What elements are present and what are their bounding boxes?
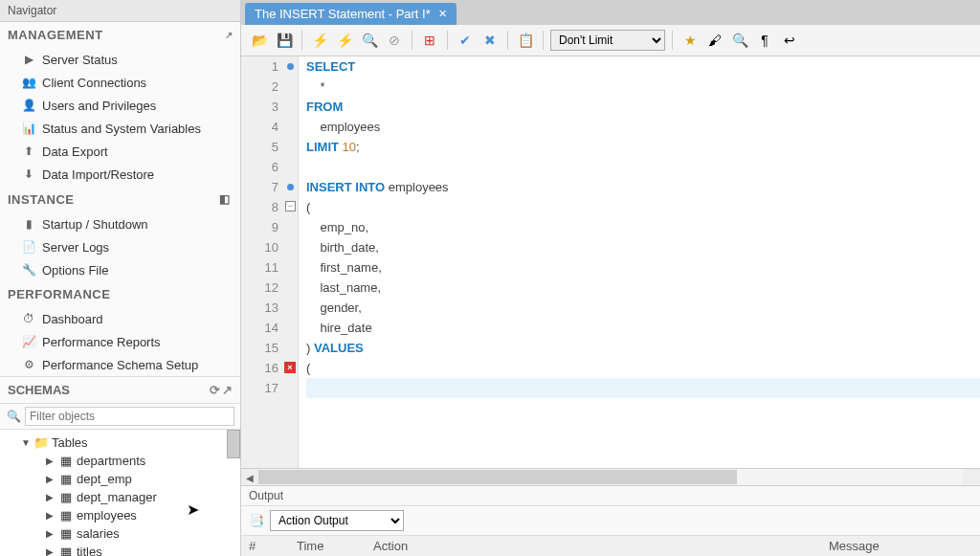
instance-item[interactable]: ▮Startup / Shutdown [0, 212, 240, 235]
statement-marker-icon [287, 63, 294, 70]
snippet-icon[interactable]: ↩ [779, 30, 800, 51]
code-line[interactable]: LIMIT 10; [306, 137, 980, 157]
execute-current-icon[interactable]: ⚡ [334, 30, 355, 51]
code-line[interactable] [306, 157, 980, 177]
instance-item[interactable]: 🔧Options File [0, 258, 240, 281]
chevron-right-icon[interactable]: ▶ [46, 456, 56, 466]
item-icon: 📈 [21, 334, 36, 349]
wrap-icon[interactable]: ¶ [754, 30, 775, 51]
code-editor[interactable]: 12345678−910111213141516×17 SELECT *FROM… [241, 56, 980, 468]
toggle-icon[interactable]: ⊞ [419, 30, 440, 51]
code-line[interactable]: SELECT [306, 56, 980, 77]
horizontal-scrollbar[interactable]: ◀ [241, 468, 980, 485]
editor-tab[interactable]: The INSERT Statement - Part I* ✕ [245, 3, 457, 25]
code-line[interactable]: ) VALUES [306, 338, 980, 358]
line-number: 3 [241, 97, 298, 117]
chevron-right-icon[interactable]: ▶ [46, 528, 56, 539]
chevron-right-icon[interactable]: ▶ [46, 474, 56, 484]
explain-icon[interactable]: 🔍 [359, 30, 380, 51]
stop-icon[interactable]: ⊘ [384, 30, 405, 51]
commit-icon[interactable]: ✔ [455, 30, 476, 51]
code-line[interactable]: FROM [306, 97, 980, 117]
table-icon: ▦ [58, 455, 74, 468]
scrollbar-thumb[interactable] [258, 470, 737, 484]
performance-item[interactable]: ⏱Dashboard [0, 307, 240, 330]
line-number: 1 [241, 56, 298, 77]
tree-tables[interactable]: ▼ 📁 Tables [0, 434, 240, 452]
code-line[interactable]: * [306, 77, 980, 97]
chevron-right-icon[interactable]: ▶ [46, 510, 56, 521]
rollback-icon[interactable]: ✖ [479, 30, 501, 51]
tree-table-item[interactable]: ▶▦titles [0, 543, 240, 556]
item-icon: 📄 [21, 239, 36, 255]
output-select[interactable]: Action Output [270, 510, 404, 531]
code-line[interactable]: birth_date, [306, 237, 980, 257]
code-line[interactable]: ( [306, 197, 980, 217]
filter-input[interactable] [25, 407, 234, 426]
autocommit-icon[interactable]: 📋 [515, 30, 536, 51]
line-number: 2 [241, 77, 298, 97]
performance-item[interactable]: 📈Performance Reports [0, 330, 240, 353]
chevron-right-icon[interactable]: ▶ [46, 546, 56, 556]
chevron-down-icon[interactable]: ▼ [21, 437, 31, 448]
code-area[interactable]: SELECT *FROM employeesLIMIT 10;INSERT IN… [299, 56, 980, 468]
tree-table-item[interactable]: ▶▦dept_emp [0, 470, 240, 488]
folder-icon: 📁 [33, 436, 49, 450]
save-icon[interactable]: 💾 [274, 30, 295, 51]
line-number: 6 [241, 157, 298, 177]
line-number: 11 [241, 257, 298, 278]
instance-item[interactable]: 📄Server Logs [0, 235, 240, 258]
code-line[interactable]: emp_no, [306, 217, 980, 237]
management-item[interactable]: ⬆Data Export [0, 140, 240, 163]
code-line[interactable]: ( [306, 358, 980, 378]
section-performance: PERFORMANCE [0, 281, 240, 307]
code-line[interactable]: first_name, [306, 257, 980, 278]
management-item[interactable]: 📊Status and System Variables [0, 117, 240, 140]
management-item[interactable]: 👤Users and Privileges [0, 94, 240, 117]
tree-table-item[interactable]: ▶▦salaries [0, 524, 240, 543]
code-line[interactable]: hire_date [306, 318, 980, 338]
line-number: 4 [241, 117, 298, 137]
expand-icon[interactable]: ↗ [225, 30, 234, 40]
beautify-icon[interactable]: 🖌 [704, 30, 725, 51]
output-mode-icon[interactable]: 📑 [249, 513, 264, 528]
line-number: 17 [241, 378, 298, 398]
management-item[interactable]: ⬇Data Import/Restore [0, 163, 240, 186]
execute-icon[interactable]: ⚡ [309, 30, 330, 51]
code-line[interactable] [306, 378, 980, 398]
item-icon: ▮ [21, 216, 36, 232]
management-item[interactable]: 👥Client Connections [0, 71, 240, 94]
search-icon: 🔍 [6, 409, 21, 424]
limit-select[interactable]: Don't Limit [550, 30, 665, 51]
line-number: 8− [241, 197, 298, 217]
chevron-right-icon[interactable]: ▶ [46, 492, 56, 502]
schema-tree[interactable]: ▼ 📁 Tables ▶▦departments▶▦dept_emp▶▦dept… [0, 430, 240, 556]
management-item[interactable]: ▶Server Status [0, 48, 240, 71]
fold-icon[interactable]: − [285, 201, 296, 211]
tree-table-item[interactable]: ▶▦employees [0, 506, 240, 524]
code-line[interactable]: gender, [306, 298, 980, 318]
table-icon: ▦ [58, 545, 74, 557]
code-line[interactable]: last_name, [306, 278, 980, 298]
performance-item[interactable]: ⚙Performance Schema Setup [0, 353, 240, 376]
favorite-icon[interactable]: ★ [679, 30, 701, 51]
table-icon: ▦ [58, 491, 74, 504]
tree-table-item[interactable]: ▶▦departments [0, 452, 240, 470]
section-schemas: SCHEMAS ⟳ ↗ [0, 376, 240, 403]
line-number: 13 [241, 298, 298, 318]
scrollbar-thumb[interactable] [227, 430, 240, 458]
item-icon: 👥 [21, 75, 36, 90]
refresh-icon[interactable]: ⟳ [210, 383, 220, 397]
item-icon: ⬆ [21, 144, 36, 159]
code-line[interactable]: employees [306, 117, 980, 137]
close-icon[interactable]: ✕ [438, 8, 447, 20]
open-icon[interactable]: 📂 [249, 30, 270, 51]
find-icon[interactable]: 🔍 [729, 30, 750, 51]
expand-icon[interactable]: ↗ [222, 383, 233, 397]
scroll-left-icon[interactable]: ◀ [241, 469, 258, 486]
code-line[interactable]: INSERT INTO employees [306, 177, 980, 197]
output-columns: # Time Action Message [241, 536, 980, 556]
tree-table-item[interactable]: ▶▦dept_manager [0, 488, 240, 506]
table-icon: ▦ [58, 509, 74, 523]
error-marker-icon: × [284, 362, 296, 373]
